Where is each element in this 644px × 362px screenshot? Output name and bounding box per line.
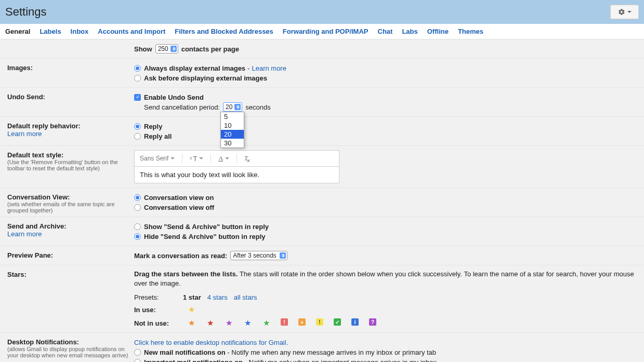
conversation-off-radio[interactable] (134, 204, 141, 211)
star-red-icon[interactable]: ★ (206, 318, 214, 328)
contacts-per-page-select[interactable]: 250 (155, 44, 178, 53)
hide-send-archive-label: Hide "Send & Archive" button in reply (144, 233, 266, 240)
hide-send-archive-radio[interactable] (134, 233, 141, 240)
caret-down-icon (199, 157, 203, 159)
caret-down-icon (627, 11, 632, 13)
tab-chat[interactable]: Chat (378, 28, 393, 35)
gear-icon (618, 8, 625, 16)
preview-title: Preview Pane: (7, 251, 53, 259)
stars-not-in-use-label: Not in use: (134, 319, 177, 327)
font-family-select[interactable]: Sans Serif (140, 155, 175, 162)
conversation-sub: (sets whether emails of the same topic a… (7, 201, 134, 213)
desktop-important-mail-bold: Important mail notifications on (144, 358, 243, 362)
tab-accounts[interactable]: Accounts and Import (98, 28, 165, 35)
undo-enable-checkbox[interactable] (134, 94, 141, 101)
remove-formatting-button[interactable]: T✕ (244, 155, 248, 163)
desktop-enable-link[interactable]: Click here to enable desktop notificatio… (134, 339, 288, 346)
star-orange-icon[interactable]: ★ (187, 318, 195, 328)
stars-in-use-label: In use: (134, 306, 177, 314)
section-preview-pane: Preview Pane: Mark a conversation as rea… (0, 246, 644, 265)
images-always-label: Always display external images (144, 64, 245, 72)
purple-question-icon[interactable]: ? (369, 318, 376, 326)
reply-radio[interactable] (134, 123, 141, 130)
images-ask-radio[interactable] (134, 75, 141, 82)
preview-mark-read-select[interactable]: After 3 seconds (230, 251, 287, 260)
contacts-show-label: Show (134, 45, 152, 53)
undo-period-suffix: seconds (245, 103, 270, 111)
stars-title: Stars: (7, 271, 27, 278)
section-contacts: Show 250 contacts per page (0, 39, 644, 59)
tab-inbox[interactable]: Inbox (71, 28, 89, 35)
textstyle-sub: (Use the 'Remove Formatting' button on t… (7, 159, 134, 171)
settings-content: Show 250 contacts per page Images: Alway… (0, 39, 644, 362)
section-text-style: Default text style: (Use the 'Remove For… (0, 146, 644, 188)
reply-all-radio[interactable] (134, 133, 141, 140)
undo-option-5[interactable]: 5 (221, 112, 244, 121)
tab-general[interactable]: General (5, 28, 30, 35)
tab-offline[interactable]: Offline (427, 28, 449, 35)
desktop-new-mail-radio[interactable] (134, 349, 141, 356)
blue-info-icon[interactable]: i (351, 318, 359, 326)
star-blue-icon[interactable]: ★ (243, 318, 252, 328)
section-stars: Stars: Drag the stars between the lists.… (0, 265, 644, 333)
star-green-icon[interactable]: ★ (262, 318, 270, 328)
undo-title: Undo Send: (7, 93, 45, 101)
desktop-new-mail-rest: - Notify me when any new message arrives… (226, 348, 436, 356)
textstyle-toolbar: Sans Serif тT A T✕ (135, 151, 339, 167)
settings-header: Settings (0, 0, 644, 24)
tab-themes[interactable]: Themes (458, 28, 483, 35)
sendarchive-title: Send and Archive: (7, 222, 134, 230)
show-send-archive-label: Show "Send & Archive" button in reply (144, 223, 269, 231)
conversation-on-radio[interactable] (134, 194, 141, 201)
undo-option-20[interactable]: 20 (221, 130, 244, 139)
conversation-title: Conversation View: (7, 193, 134, 201)
text-color-select[interactable]: A (218, 155, 229, 163)
sendarchive-learn-more[interactable]: Learn more (7, 230, 134, 238)
stars-preset-4[interactable]: 4 stars (207, 293, 228, 301)
caret-down-icon (170, 157, 175, 159)
font-size-select[interactable]: тT (190, 155, 203, 163)
reply-label: Reply (144, 123, 162, 130)
red-bang-icon[interactable]: ! (281, 318, 288, 326)
gear-button[interactable] (610, 5, 639, 19)
page-title: Settings (5, 5, 47, 19)
desktop-important-mail-rest: - Notify me only when an important messa… (243, 358, 437, 362)
images-learn-more[interactable]: Learn more (252, 64, 286, 72)
undo-option-30[interactable]: 30 (221, 139, 244, 148)
images-title: Images: (7, 64, 33, 72)
green-check-icon[interactable]: ✓ (334, 318, 341, 326)
undo-period-label: Send cancellation period: (144, 103, 220, 111)
stars-drag-bold: Drag the stars between the lists. (134, 270, 238, 278)
section-desktop-notifications: Desktop Notifications: (allows Gmail to … (0, 333, 644, 362)
show-send-archive-radio[interactable] (134, 223, 141, 230)
tab-labels[interactable]: Labels (40, 28, 61, 35)
conversation-off-label: Conversation view off (144, 204, 214, 211)
desktop-new-mail-bold: New mail notifications on (144, 348, 226, 356)
textstyle-box: Sans Serif тT A T✕ (134, 150, 339, 183)
tab-labs[interactable]: Labs (402, 28, 417, 35)
undo-period-select[interactable]: 20 (223, 102, 242, 112)
star-purple-icon[interactable]: ★ (225, 318, 233, 328)
section-images: Images: Always display external images -… (0, 59, 644, 88)
orange-guillemet-icon[interactable]: » (298, 318, 306, 326)
desktop-sub: (allows Gmail to display popup notificat… (7, 346, 134, 358)
textstyle-title: Default text style: (7, 151, 134, 159)
yellow-bang-icon[interactable]: ! (316, 318, 323, 326)
tab-filters[interactable]: Filters and Blocked Addresses (175, 28, 273, 35)
stars-presets-label: Presets: (134, 293, 177, 301)
undo-enable-label: Enable Undo Send (144, 93, 204, 101)
star-yellow-icon[interactable]: ★ (187, 305, 195, 314)
images-always-radio[interactable] (134, 65, 141, 72)
desktop-important-mail-radio[interactable] (134, 359, 141, 362)
textstyle-preview: This is what your body text will look li… (135, 167, 339, 183)
section-default-reply: Default reply behavior: Learn more Reply… (0, 117, 644, 146)
reply-learn-more[interactable]: Learn more (7, 130, 134, 138)
stars-preset-1[interactable]: 1 star (183, 293, 201, 301)
tab-forwarding[interactable]: Forwarding and POP/IMAP (283, 28, 369, 35)
undo-option-10[interactable]: 10 (221, 121, 244, 130)
reply-title: Default reply behavior: (7, 122, 134, 130)
reply-all-label: Reply all (144, 132, 172, 140)
section-send-archive: Send and Archive: Learn more Show "Send … (0, 217, 644, 246)
desktop-title: Desktop Notifications: (7, 338, 134, 346)
stars-preset-all[interactable]: all stars (234, 293, 257, 301)
